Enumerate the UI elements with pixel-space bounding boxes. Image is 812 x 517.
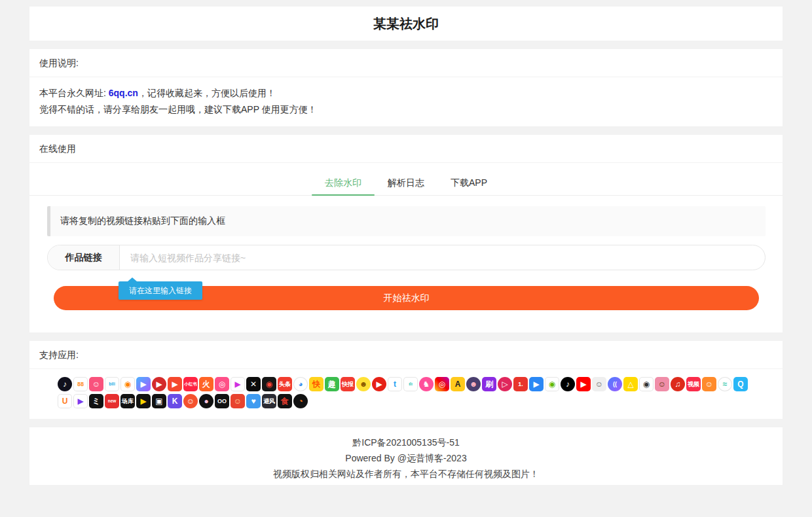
purple-play-icon: ▶ [73,394,88,408]
xiaohongshu-icon: 小红书 [183,377,198,391]
heart-blue-icon: ♥ [246,394,261,408]
changku-icon: 场库 [120,394,135,408]
weibo-icon: ◉ [120,377,135,391]
magenta-play-icon: ▶ [231,377,245,391]
yingke-icon: ◎ [215,377,229,391]
new-pianchang-icon: new [105,394,119,408]
tab-download-app[interactable]: 下载APP [437,169,500,195]
oo-face-icon: OO [215,394,229,408]
link-input-group: 作品链接 [47,245,766,270]
teal-bird-icon: ≈ [718,377,732,391]
footer-card: 黔ICP备2021005135号-51 Powered By @远昔博客-202… [29,427,783,485]
dark-face-icon: ☻ [466,377,481,391]
toutiao-icon: 头条 [278,377,292,391]
lollipop-face-icon: ☺ [183,394,198,408]
instructions-body: 本平台永久网址: 6qq.cn，记得收藏起来，方便以后使用！ 觉得不错的话，请分… [29,77,783,126]
kuaishou-icon: 快 [309,377,323,391]
app-a-icon: A [451,377,465,391]
emoji-face-icon: ☻ [356,377,371,391]
yinlang-icon: ılı [403,377,418,391]
shipinhao-icon: 视频 [686,377,701,391]
douyin-2-icon: ♪ [561,377,575,391]
app-icons-row-1: ♪88☺bili◉▶▶▶小红书火◎▶✕◉头条◕快趣快报☻▶tılı♞◎A☻刷▷1… [58,377,765,391]
tab-parse-log[interactable]: 解析日志 [375,169,437,195]
supported-apps-body: ♪88☺bili◉▶▶▶小红书火◎▶✕◉头条◕快趣快报☻▶tılı♞◎A☻刷▷1… [29,369,783,419]
kaipai-icon: ◉ [262,377,276,391]
footer-copyright-line: 视频版权归相关网站及作者所有，本平台不存储任何视频及图片！ [36,466,776,482]
input-link-tooltip: 请在这里输入链接 [119,281,202,300]
tab-bar: 去除水印 解析日志 下载APP [29,169,783,196]
lishipin-icon: △ [623,377,638,391]
twitter-icon: t [388,377,402,391]
red-square-play-icon: ▶ [168,377,182,391]
vue-icon: ミ [89,394,103,408]
yidianzixun-icon: 1. [513,377,528,391]
link-input-label: 作品链接 [48,245,120,270]
yellow-play-icon: ▶ [136,394,151,408]
huoshan-icon: 火 [199,377,213,391]
kuaibao-icon: 快报 [341,377,355,391]
weishi-icon: ▶ [136,377,151,391]
red-circle-play-icon: ▶ [152,377,166,391]
zuiyou-icon: ☺ [592,377,606,391]
blue-play-icon: ▶ [529,377,544,391]
pipi-funny-icon: ☺ [655,377,669,391]
instructions-heading: 使用说明: [29,49,783,77]
monkey-icon: ☺ [231,394,245,408]
youtube-icon: ▶ [576,377,591,391]
shi-icon: 食 [278,394,292,408]
bilibili-icon: bili [105,377,119,391]
penguin-icon: Q [733,377,748,391]
instructions-line-2: 觉得不错的话，请分享给朋友一起用哦，建议下载APP 使用更方便！ [39,101,773,118]
qutoutiao-icon: 趣 [325,377,339,391]
bifeng-icon: 避风 [262,394,276,408]
jianying-icon: ✕ [246,377,261,391]
ring-play-icon: ▷ [498,377,512,391]
app-icons-row-2: U▶ミnew场库▶▣K☺●OO☺♥避风食◔ [58,394,765,408]
instructions-line1-suffix: ，记得收藏起来，方便以后使用！ [138,88,276,98]
lvzhou-icon: ◉ [545,377,559,391]
button-row: 请在这里输入链接 开始祛水印 [54,286,759,310]
orange-face-icon: ☺ [702,377,716,391]
page-wrapper: 某某祛水印 使用说明: 本平台永久网址: 6qq.cn，记得收藏起来，方便以后使… [0,0,812,485]
app-88-icon: 88 [73,377,88,391]
pink-horse-icon: ♞ [419,377,434,391]
tencent-news-icon: ◕ [293,377,308,391]
douyin-icon: ♪ [58,377,72,391]
orange-ring-icon: ◔ [293,394,308,408]
title-card: 某某祛水印 [29,7,783,41]
footer-powered-by-line: Powered By @远昔博客-2023 [36,450,776,466]
site-url-link[interactable]: 6qq.cn [109,88,138,98]
pipixia-icon: ☺ [89,377,103,391]
video-link-input[interactable] [120,245,765,270]
soul-icon: (( [608,377,622,391]
app-k-icon: K [168,394,182,408]
shuabao-icon: 刷 [482,377,496,391]
page-title: 某某祛水印 [373,15,439,33]
online-use-heading: 在线使用 [29,135,783,163]
instructions-line-1: 本平台永久网址: 6qq.cn，记得收藏起来，方便以后使用！ [39,85,773,101]
uc-icon: U [58,394,72,408]
netease-music-icon: ♫ [671,377,685,391]
black-camera-icon: ▣ [152,394,166,408]
kaiyan-icon: ◉ [639,377,654,391]
instagram-icon: ◎ [435,377,449,391]
supported-apps-heading: 支持应用: [29,341,783,369]
supported-apps-card: 支持应用: ♪88☺bili◉▶▶▶小红书火◎▶✕◉头条◕快趣快报☻▶tılı♞… [29,341,783,419]
online-use-card: 在线使用 去除水印 解析日志 下载APP 请将复制的视频链接粘贴到下面的输入框 … [29,135,783,332]
paste-hint-alert: 请将复制的视频链接粘贴到下面的输入框 [47,206,766,236]
footer-icp-line: 黔ICP备2021005135号-51 [36,435,776,450]
lofter-icon: ● [199,394,213,408]
big-red-play-icon: ▶ [372,377,386,391]
tab-remove-watermark[interactable]: 去除水印 [312,169,375,195]
instructions-card: 使用说明: 本平台永久网址: 6qq.cn，记得收藏起来，方便以后使用！ 觉得不… [29,49,783,126]
instructions-line1-prefix: 本平台永久网址: [39,88,109,98]
